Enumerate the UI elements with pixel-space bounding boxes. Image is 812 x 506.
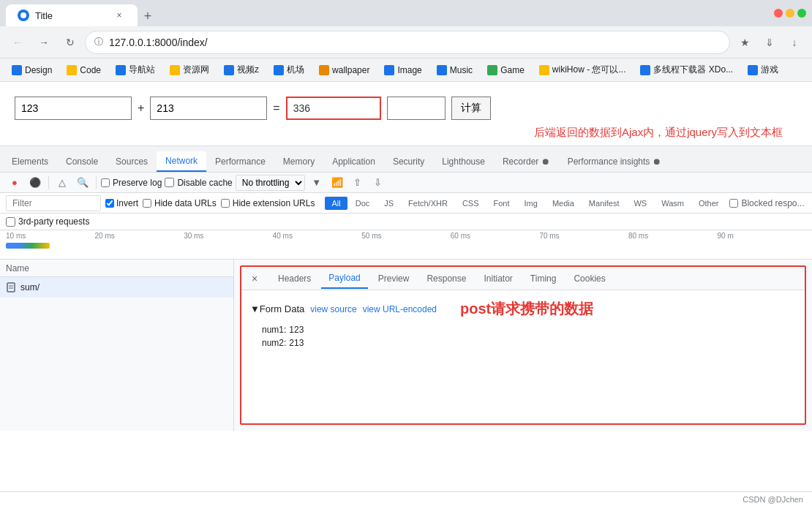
third-party-text: 3rd-party requests — [18, 216, 89, 227]
preserve-log-label[interactable]: Preserve log — [101, 178, 162, 188]
name-column-header: Name — [6, 263, 29, 273]
window-minimize-btn[interactable] — [786, 9, 794, 18]
tab-recorder[interactable]: Recorder ⏺ — [494, 151, 559, 172]
detail-tab-initiator[interactable]: Initiator — [476, 268, 519, 289]
bookmark-resource[interactable]: 资源网 — [164, 61, 215, 79]
tab-elements[interactable]: Elements — [3, 151, 57, 172]
bookmarks-button[interactable]: ★ — [733, 31, 756, 54]
invert-label[interactable]: Invert — [105, 198, 138, 208]
tab-area: Title × + — [6, 0, 768, 26]
back-button[interactable]: ← — [6, 31, 29, 54]
request-list-header: Name — [0, 260, 233, 277]
request-item-sum[interactable]: sum/ — [0, 277, 233, 298]
invert-checkbox[interactable] — [105, 199, 114, 208]
throttle-select[interactable]: No throttling Fast 3G Slow 3G — [236, 175, 305, 191]
tab-security[interactable]: Security — [384, 151, 433, 172]
window-maximize-btn[interactable] — [797, 9, 806, 18]
tab-console[interactable]: Console — [57, 151, 107, 172]
tab-network[interactable]: Network — [157, 151, 206, 172]
view-url-encoded-link[interactable]: view URL-encoded — [363, 304, 437, 314]
tab-close-button[interactable]: × — [113, 9, 126, 22]
tl-90ms: 90 m — [718, 232, 807, 240]
filter-css[interactable]: CSS — [456, 197, 486, 210]
bookmark-label: 机场 — [287, 64, 304, 76]
new-tab-button[interactable]: + — [138, 6, 158, 26]
filter-js[interactable]: JS — [377, 197, 400, 210]
filter-all[interactable]: All — [325, 197, 347, 210]
tab-sources[interactable]: Sources — [107, 151, 157, 172]
bookmark-nav[interactable]: 导航站 — [110, 61, 161, 79]
bookmark-xdo[interactable]: 多线程下载器 XDo... — [634, 61, 739, 79]
clear-button[interactable]: ⚫ — [26, 174, 44, 192]
filter-input[interactable] — [6, 195, 101, 211]
bookmark-game[interactable]: Game — [481, 62, 530, 78]
bookmark-games[interactable]: 游戏 — [742, 61, 784, 79]
bookmark-wikihow[interactable]: wikiHow - 您可以... — [533, 61, 632, 79]
reload-button[interactable]: ↻ — [59, 31, 82, 54]
tl-20ms: 20 ms — [95, 232, 184, 240]
bookmark-image[interactable]: Image — [378, 62, 427, 78]
tl-80ms: 80 ms — [628, 232, 718, 240]
hide-ext-urls-label[interactable]: Hide extension URLs — [221, 198, 315, 208]
filter-doc[interactable]: Doc — [349, 197, 377, 210]
calc-input-2[interactable]: 213 — [150, 97, 267, 120]
filter-manifest[interactable]: Manifest — [582, 197, 626, 210]
detail-tab-preview[interactable]: Preview — [371, 268, 417, 289]
hide-data-urls-label[interactable]: Hide data URLs — [143, 198, 217, 208]
import-icon[interactable]: ⇧ — [349, 174, 366, 192]
forward-button[interactable]: → — [32, 31, 56, 54]
filter-font[interactable]: Font — [487, 197, 516, 210]
filter-media[interactable]: Media — [546, 197, 581, 210]
detail-tab-response[interactable]: Response — [419, 268, 473, 289]
tab-lighthouse[interactable]: Lighthouse — [433, 151, 494, 172]
detail-tab-cookies[interactable]: Cookies — [566, 268, 612, 289]
tab-memory[interactable]: Memory — [274, 151, 323, 172]
bookmark-airport[interactable]: 机场 — [268, 61, 310, 79]
bookmark-design[interactable]: Design — [6, 62, 58, 78]
bookmark-code[interactable]: Code — [61, 62, 107, 78]
bookmark-wallpaper[interactable]: wallpaper — [313, 62, 375, 78]
hide-ext-urls-checkbox[interactable] — [221, 199, 230, 208]
filter-img[interactable]: Img — [518, 197, 544, 210]
search-button[interactable]: 🔍 — [74, 174, 91, 192]
download-button[interactable]: ↓ — [783, 31, 806, 54]
filter-fetch-xhr[interactable]: Fetch/XHR — [402, 197, 454, 210]
filter-ws[interactable]: WS — [627, 197, 653, 210]
detail-tab-payload[interactable]: Payload — [321, 268, 367, 289]
tab-application[interactable]: Application — [323, 151, 384, 172]
hide-data-urls-checkbox[interactable] — [143, 199, 151, 208]
detail-tab-headers[interactable]: Headers — [271, 268, 318, 289]
filter-other[interactable]: Other — [692, 197, 726, 210]
bookmark-music[interactable]: Music — [431, 62, 478, 78]
active-tab[interactable]: Title × — [6, 4, 138, 26]
tab-performance[interactable]: Performance — [206, 151, 274, 172]
filter-button[interactable]: △ — [53, 174, 71, 192]
address-bar[interactable]: ⓘ 127.0.0.1:8000/index/ — [85, 31, 730, 54]
tab-performance-insights[interactable]: Performance insights ⏺ — [559, 151, 670, 172]
hide-data-urls-text: Hide data URLs — [154, 198, 217, 208]
throttle-more-icon[interactable]: ▼ — [308, 174, 326, 192]
blocked-resp-label[interactable]: Blocked respo... — [729, 198, 804, 208]
tab-title: Title — [35, 10, 53, 21]
view-source-link[interactable]: view source — [310, 304, 356, 314]
field-key-num2: num2: — [262, 338, 286, 348]
preserve-log-checkbox[interactable] — [101, 178, 110, 187]
record-button[interactable]: ● — [6, 174, 23, 192]
calc-result-extra[interactable] — [387, 97, 446, 120]
third-party-row: 3rd-party requests — [0, 214, 812, 230]
disable-cache-label[interactable]: Disable cache — [165, 178, 232, 188]
filter-wasm[interactable]: Wasm — [655, 197, 691, 210]
form-data-header: ▼Form Data view source view URL-encoded … — [250, 299, 796, 319]
third-party-checkbox[interactable] — [6, 217, 15, 227]
calc-input-1[interactable]: 123 — [15, 97, 132, 120]
blocked-resp-checkbox[interactable] — [729, 199, 738, 208]
detail-close-button[interactable]: × — [247, 271, 262, 286]
calc-result[interactable]: 336 — [286, 97, 381, 120]
calculate-button[interactable]: 计算 — [451, 97, 491, 120]
disable-cache-checkbox[interactable] — [165, 178, 174, 187]
detail-tab-timing[interactable]: Timing — [523, 268, 564, 289]
window-close-btn[interactable] — [774, 9, 783, 18]
share-button[interactable]: ⇓ — [758, 31, 781, 54]
bookmark-video[interactable]: 视频z — [218, 61, 265, 79]
export-icon[interactable]: ⇩ — [369, 174, 387, 192]
